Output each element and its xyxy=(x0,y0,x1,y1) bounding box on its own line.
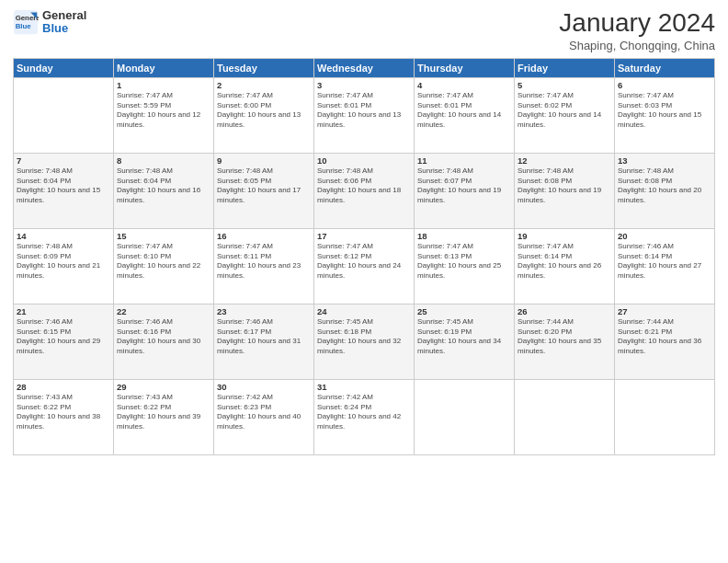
day-number: 26 xyxy=(518,306,611,316)
day-number: 11 xyxy=(417,155,511,166)
day-number: 28 xyxy=(17,382,110,392)
day-info: Sunrise: 7:47 AM Sunset: 6:12 PM Dayligh… xyxy=(317,242,411,282)
day-number: 5 xyxy=(518,80,611,90)
day-info: Sunrise: 7:46 AM Sunset: 6:17 PM Dayligh… xyxy=(217,317,311,357)
logo-blue: Blue xyxy=(42,22,86,35)
day-cell: 11Sunrise: 7:48 AM Sunset: 6:07 PM Dayli… xyxy=(415,153,515,228)
day-number: 3 xyxy=(317,80,411,90)
week-row-3: 21Sunrise: 7:46 AM Sunset: 6:15 PM Dayli… xyxy=(14,304,715,379)
day-info: Sunrise: 7:43 AM Sunset: 6:22 PM Dayligh… xyxy=(17,393,110,432)
day-info: Sunrise: 7:48 AM Sunset: 6:05 PM Dayligh… xyxy=(217,167,311,206)
day-cell: 29Sunrise: 7:43 AM Sunset: 6:22 PM Dayli… xyxy=(114,379,214,454)
day-info: Sunrise: 7:47 AM Sunset: 6:14 PM Dayligh… xyxy=(518,242,611,282)
day-info: Sunrise: 7:47 AM Sunset: 6:13 PM Dayligh… xyxy=(417,242,511,282)
day-number: 7 xyxy=(17,155,110,166)
day-number: 15 xyxy=(117,231,210,241)
day-cell: 12Sunrise: 7:48 AM Sunset: 6:08 PM Dayli… xyxy=(515,153,615,228)
day-number: 23 xyxy=(217,306,311,316)
day-cell: 7Sunrise: 7:48 AM Sunset: 6:04 PM Daylig… xyxy=(14,153,114,228)
day-info: Sunrise: 7:46 AM Sunset: 6:15 PM Dayligh… xyxy=(17,317,110,357)
day-cell: 13Sunrise: 7:48 AM Sunset: 6:08 PM Dayli… xyxy=(615,153,715,228)
col-wednesday: Wednesday xyxy=(314,58,415,77)
day-cell: 9Sunrise: 7:48 AM Sunset: 6:05 PM Daylig… xyxy=(214,153,314,228)
week-row-4: 28Sunrise: 7:43 AM Sunset: 6:22 PM Dayli… xyxy=(14,379,715,454)
day-info: Sunrise: 7:48 AM Sunset: 6:09 PM Dayligh… xyxy=(17,242,110,282)
day-info: Sunrise: 7:48 AM Sunset: 6:07 PM Dayligh… xyxy=(417,167,511,206)
day-cell: 22Sunrise: 7:46 AM Sunset: 6:16 PM Dayli… xyxy=(114,304,214,379)
header: General Blue General Blue January 2024 S… xyxy=(13,9,715,52)
day-cell: 2Sunrise: 7:47 AM Sunset: 6:00 PM Daylig… xyxy=(214,77,314,153)
title-block: January 2024 Shaping, Chongqing, China xyxy=(559,9,715,52)
day-info: Sunrise: 7:44 AM Sunset: 6:20 PM Dayligh… xyxy=(518,317,611,357)
day-number: 18 xyxy=(417,231,511,241)
day-cell: 20Sunrise: 7:46 AM Sunset: 6:14 PM Dayli… xyxy=(615,228,715,304)
day-info: Sunrise: 7:47 AM Sunset: 6:01 PM Dayligh… xyxy=(317,91,411,131)
day-number: 1 xyxy=(117,80,210,90)
day-info: Sunrise: 7:48 AM Sunset: 6:04 PM Dayligh… xyxy=(17,167,110,206)
day-number: 13 xyxy=(618,155,711,166)
day-info: Sunrise: 7:47 AM Sunset: 5:59 PM Dayligh… xyxy=(117,91,210,131)
day-info: Sunrise: 7:46 AM Sunset: 6:14 PM Dayligh… xyxy=(618,242,711,282)
day-number: 27 xyxy=(618,306,711,316)
day-cell: 19Sunrise: 7:47 AM Sunset: 6:14 PM Dayli… xyxy=(515,228,615,304)
day-cell: 16Sunrise: 7:47 AM Sunset: 6:11 PM Dayli… xyxy=(214,228,314,304)
day-info: Sunrise: 7:48 AM Sunset: 6:06 PM Dayligh… xyxy=(317,167,411,206)
col-monday: Monday xyxy=(114,58,214,77)
day-cell: 30Sunrise: 7:42 AM Sunset: 6:23 PM Dayli… xyxy=(214,379,314,454)
location-subtitle: Shaping, Chongqing, China xyxy=(559,39,715,52)
logo-general: General xyxy=(42,9,86,22)
day-cell: 17Sunrise: 7:47 AM Sunset: 6:12 PM Dayli… xyxy=(314,228,415,304)
day-cell: 18Sunrise: 7:47 AM Sunset: 6:13 PM Dayli… xyxy=(415,228,515,304)
day-info: Sunrise: 7:47 AM Sunset: 6:00 PM Dayligh… xyxy=(217,91,311,131)
day-cell: 14Sunrise: 7:48 AM Sunset: 6:09 PM Dayli… xyxy=(14,228,114,304)
col-friday: Friday xyxy=(515,58,615,77)
day-number: 2 xyxy=(217,80,311,90)
day-info: Sunrise: 7:43 AM Sunset: 6:22 PM Dayligh… xyxy=(117,393,210,432)
page: General Blue General Blue January 2024 S… xyxy=(0,0,728,563)
day-cell: 3Sunrise: 7:47 AM Sunset: 6:01 PM Daylig… xyxy=(314,77,415,153)
day-number: 12 xyxy=(518,155,611,166)
day-cell: 8Sunrise: 7:48 AM Sunset: 6:04 PM Daylig… xyxy=(114,153,214,228)
day-number: 16 xyxy=(217,231,311,241)
logo-icon: General Blue xyxy=(13,9,39,35)
day-number: 17 xyxy=(317,231,411,241)
day-cell: 1Sunrise: 7:47 AM Sunset: 5:59 PM Daylig… xyxy=(114,77,214,153)
col-tuesday: Tuesday xyxy=(214,58,314,77)
day-info: Sunrise: 7:44 AM Sunset: 6:21 PM Dayligh… xyxy=(618,317,711,357)
week-row-1: 7Sunrise: 7:48 AM Sunset: 6:04 PM Daylig… xyxy=(14,153,715,228)
day-number: 4 xyxy=(417,80,511,90)
day-number: 22 xyxy=(117,306,210,316)
day-info: Sunrise: 7:42 AM Sunset: 6:24 PM Dayligh… xyxy=(317,393,411,432)
month-title: January 2024 xyxy=(559,9,715,38)
day-cell: 6Sunrise: 7:47 AM Sunset: 6:03 PM Daylig… xyxy=(615,77,715,153)
col-sunday: Sunday xyxy=(14,58,114,77)
day-number: 20 xyxy=(618,231,711,241)
day-cell: 10Sunrise: 7:48 AM Sunset: 6:06 PM Dayli… xyxy=(314,153,415,228)
day-cell: 15Sunrise: 7:47 AM Sunset: 6:10 PM Dayli… xyxy=(114,228,214,304)
col-thursday: Thursday xyxy=(415,58,515,77)
day-cell: 21Sunrise: 7:46 AM Sunset: 6:15 PM Dayli… xyxy=(14,304,114,379)
day-info: Sunrise: 7:48 AM Sunset: 6:08 PM Dayligh… xyxy=(518,167,611,206)
day-info: Sunrise: 7:47 AM Sunset: 6:02 PM Dayligh… xyxy=(518,91,611,131)
header-row: Sunday Monday Tuesday Wednesday Thursday… xyxy=(14,58,715,77)
day-number: 14 xyxy=(17,231,110,241)
day-info: Sunrise: 7:48 AM Sunset: 6:04 PM Dayligh… xyxy=(117,167,210,206)
day-number: 29 xyxy=(117,382,210,392)
day-number: 8 xyxy=(117,155,210,166)
day-cell: 27Sunrise: 7:44 AM Sunset: 6:21 PM Dayli… xyxy=(615,304,715,379)
day-number: 21 xyxy=(17,306,110,316)
week-row-0: 1Sunrise: 7:47 AM Sunset: 5:59 PM Daylig… xyxy=(14,77,715,153)
day-number: 6 xyxy=(618,80,711,90)
day-info: Sunrise: 7:46 AM Sunset: 6:16 PM Dayligh… xyxy=(117,317,210,357)
day-info: Sunrise: 7:45 AM Sunset: 6:18 PM Dayligh… xyxy=(317,317,411,357)
day-info: Sunrise: 7:47 AM Sunset: 6:03 PM Dayligh… xyxy=(618,91,711,131)
week-row-2: 14Sunrise: 7:48 AM Sunset: 6:09 PM Dayli… xyxy=(14,228,715,304)
day-number: 24 xyxy=(317,306,411,316)
calendar-table: Sunday Monday Tuesday Wednesday Thursday… xyxy=(13,58,715,455)
day-cell: 24Sunrise: 7:45 AM Sunset: 6:18 PM Dayli… xyxy=(314,304,415,379)
day-cell: 4Sunrise: 7:47 AM Sunset: 6:01 PM Daylig… xyxy=(415,77,515,153)
day-number: 10 xyxy=(317,155,411,166)
day-cell xyxy=(14,77,114,153)
day-cell xyxy=(515,379,615,454)
day-cell xyxy=(415,379,515,454)
